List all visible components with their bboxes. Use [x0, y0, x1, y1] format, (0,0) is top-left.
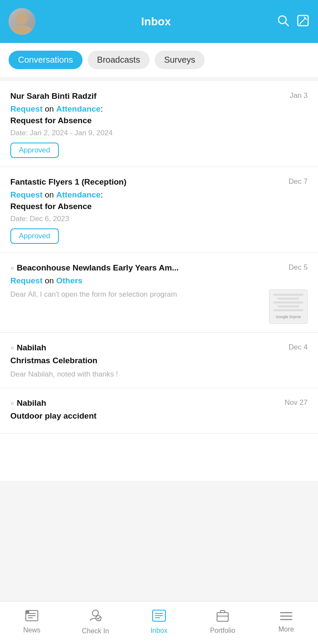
message-subject: Outdoor play accident	[10, 410, 308, 422]
avatar[interactable]	[9, 8, 35, 35]
inbox-icon	[152, 609, 166, 624]
thread-icon: »	[10, 344, 14, 352]
sender-name: Nabilah	[17, 343, 46, 352]
nav-item-news[interactable]: News	[10, 610, 53, 634]
nav-label-news: News	[23, 626, 40, 634]
message-date: Dec 5	[289, 263, 308, 272]
nav-label-inbox: Inbox	[150, 627, 167, 635]
message-date: Dec 7	[289, 177, 308, 186]
nav-item-more[interactable]: More	[265, 611, 308, 633]
list-item[interactable]: Fantastic Flyers 1 (Reception) Dec 7 Req…	[0, 167, 318, 253]
thread-icon: »	[10, 399, 14, 407]
nav-item-checkin[interactable]: Check In	[74, 609, 117, 635]
more-icon	[280, 611, 293, 623]
nav-label-portfolio: Portfolio	[210, 627, 235, 635]
subject-bold: Request for Absence	[10, 116, 92, 125]
message-subject: Request on Others	[10, 275, 308, 287]
sender-name: Nabilah	[17, 398, 46, 408]
svg-rect-10	[26, 611, 29, 614]
news-icon	[25, 610, 39, 624]
svg-point-11	[92, 610, 98, 616]
app-header: Inbox	[0, 0, 318, 43]
header-actions	[277, 14, 309, 29]
message-preview: Dear Nabilah, noted with thanks !	[10, 369, 308, 380]
category-label: Others	[56, 276, 83, 285]
subject-bold: Request for Absence	[10, 202, 92, 211]
nav-item-portfolio[interactable]: Portfolio	[201, 609, 244, 635]
category-label: Attendance	[56, 104, 101, 113]
bottom-navigation: News Check In Inbox	[0, 601, 318, 644]
tabs-bar: Conversations Broadcasts Surveys	[0, 43, 318, 77]
status-badge: Approved	[10, 228, 59, 244]
message-subject: Christmas Celebration	[10, 355, 308, 367]
list-item[interactable]: Nur Sarah Binti Radzif Jan 3 Request on …	[0, 81, 318, 167]
svg-rect-17	[217, 613, 228, 621]
thumb-line-5	[273, 309, 303, 311]
thumb-line-2	[278, 298, 299, 300]
list-item[interactable]: » Beaconhouse Newlands Early Years Am...…	[0, 253, 318, 333]
date-info: Date: Dec 6, 2023	[10, 215, 308, 223]
page-title: Inbox	[141, 15, 171, 28]
on-text: on	[45, 104, 56, 113]
thumb-footer: Google Drpme	[276, 315, 301, 319]
tab-surveys[interactable]: Surveys	[155, 51, 205, 69]
message-preview: Dear All, I can't open the form for sele…	[10, 289, 265, 300]
thread-icon: »	[10, 264, 14, 272]
subject-bold: Christmas Celebration	[10, 356, 98, 365]
status-badge: Approved	[10, 143, 59, 158]
date-info: Date: Jan 2, 2024 - Jan 9, 2024	[10, 129, 308, 137]
thumb-line-1	[273, 294, 303, 296]
search-icon[interactable]	[277, 14, 290, 29]
message-date: Nov 27	[284, 398, 308, 407]
request-label: Request	[10, 276, 43, 285]
message-body: Dear All, I can't open the form for sele…	[10, 289, 308, 324]
nav-label-checkin: Check In	[82, 627, 109, 635]
svg-line-1	[285, 23, 288, 26]
sender-name: Nur Sarah Binti Radzif	[10, 91, 97, 101]
sender-name: Fantastic Flyers 1 (Reception)	[10, 177, 126, 187]
sender-name: Beaconhouse Newlands Early Years Am...	[17, 263, 179, 273]
svg-line-3	[300, 18, 306, 23]
nav-label-more: More	[278, 626, 294, 633]
thumb-line-4	[278, 305, 299, 307]
tab-conversations[interactable]: Conversations	[9, 51, 83, 69]
checkin-icon	[89, 609, 102, 625]
message-date: Dec 4	[289, 343, 308, 352]
svg-line-5	[300, 23, 300, 24]
sender-row: » Beaconhouse Newlands Early Years Am...	[10, 263, 179, 273]
category-label: Attendance	[56, 190, 101, 199]
message-subject: Request on Attendance: Request for Absen…	[10, 103, 308, 126]
request-label: Request	[10, 104, 43, 113]
list-item[interactable]: » Nabilah Nov 27 Outdoor play accident	[0, 388, 318, 434]
message-date: Jan 3	[290, 91, 308, 100]
nav-item-inbox[interactable]: Inbox	[138, 609, 180, 635]
message-subject: Request on Attendance: Request for Absen…	[10, 189, 308, 212]
message-thumbnail: Google Drpme	[269, 289, 308, 324]
sender-row: » Nabilah	[10, 343, 46, 352]
compose-icon[interactable]	[297, 14, 309, 29]
on-text: on	[45, 190, 56, 199]
sender-row: » Nabilah	[10, 398, 46, 408]
request-label: Request	[10, 190, 43, 199]
message-list: Nur Sarah Binti Radzif Jan 3 Request on …	[0, 81, 318, 481]
thumb-line-3	[273, 301, 303, 304]
list-item[interactable]: » Nabilah Dec 4 Christmas Celebration De…	[0, 333, 318, 388]
portfolio-icon	[216, 609, 229, 624]
tab-broadcasts[interactable]: Broadcasts	[88, 51, 150, 69]
subject-bold: Outdoor play accident	[10, 411, 97, 420]
